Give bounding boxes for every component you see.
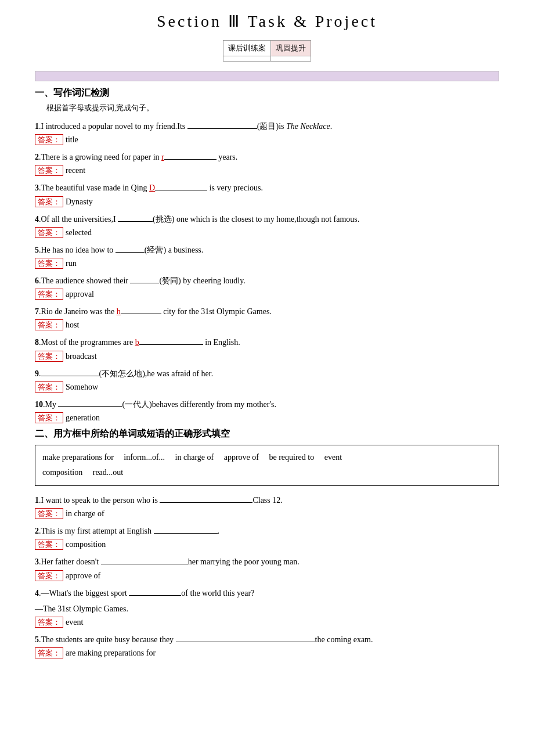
section1-subtitle: 根据首字母或提示词,完成句子。: [35, 103, 499, 113]
s2-answer-text-2: composition: [66, 540, 106, 549]
s2-answer-label-3: 答案：: [35, 570, 63, 581]
page-title: Section Ⅲ Task & Project: [35, 12, 499, 31]
s2-answer-label-1: 答案：: [35, 508, 63, 519]
s2-answer-2: 答案：composition: [35, 539, 499, 550]
answer-8: 答案：broadcast: [35, 351, 499, 362]
nav-table-container: 课后训练案 巩固提升: [35, 40, 499, 62]
s2-answer-4: 答案：event: [35, 617, 499, 628]
answer-label-4: 答案：: [35, 227, 63, 238]
answer-label-8: 答案：: [35, 351, 63, 362]
nav-cell-3: [223, 56, 271, 62]
s2-answer-text-1: in charge of: [66, 509, 104, 518]
s2-answer-5: 答案：are making preparations for: [35, 648, 499, 658]
answer-7: 答案：host: [35, 320, 499, 330]
q1-text: 1.I introduced a popular novel to my fri…: [35, 122, 332, 131]
answer-text-6: approval: [66, 290, 94, 298]
question-7: 7.Rio de Janeiro was the h city for the …: [35, 304, 499, 319]
question-6: 6.The audience showed their (赞同) by chee…: [35, 273, 499, 288]
s2-question-5: 5.The students are quite busy because th…: [35, 632, 499, 647]
word-box-content2: composition read...out: [42, 468, 123, 477]
question-4: 4.Of all the universities,I (挑选) one whi…: [35, 212, 499, 226]
answer-text-1: title: [66, 135, 78, 144]
nav-table: 课后训练案 巩固提升: [223, 40, 311, 62]
s2-answer-3: 答案：approve of: [35, 571, 499, 581]
section-bar: [35, 71, 499, 81]
answer-4: 答案：selected: [35, 228, 499, 238]
s2-answer-label-4: 答案：: [35, 617, 63, 628]
s2-answer-1: 答案：in charge of: [35, 509, 499, 519]
s2-question-1: 1.I want to speak to the person who is C…: [35, 493, 499, 507]
answer-10: 答案：generation: [35, 413, 499, 423]
s2-answer-text-5: are making preparations for: [66, 649, 156, 657]
answer-label-1: 答案：: [35, 134, 63, 145]
answer-2: 答案：recent: [35, 165, 499, 176]
s2-question-3: 3.Her father doesn't her marrying the po…: [35, 555, 499, 569]
question-8: 8.Most of the programmes are b in Englis…: [35, 335, 499, 350]
answer-label-5: 答案：: [35, 258, 63, 269]
s2-answer-text-4: event: [66, 618, 83, 627]
question-2: 2.There is a growing need for paper in r…: [35, 150, 499, 164]
s2-answer-text-3: approve of: [66, 571, 100, 580]
section1-title: 一、写作词汇检测: [35, 87, 499, 99]
question-5: 5.He has no idea how to (经营) a business.: [35, 243, 499, 257]
answer-text-2: recent: [66, 166, 85, 175]
answer-label-6: 答案：: [35, 289, 63, 300]
question-1: 1.I introduced a popular novel to my fri…: [35, 119, 499, 134]
answer-text-3: Dynasty: [66, 197, 93, 206]
s2-question-4b: —The 31st Olympic Games.: [35, 602, 499, 616]
answer-label-10: 答案：: [35, 412, 63, 423]
answer-text-7: host: [66, 321, 79, 329]
answer-text-9: Somehow: [66, 383, 98, 391]
s2-question-4a: 4.—What's the biggest sport of the world…: [35, 586, 499, 600]
answer-text-5: run: [66, 259, 77, 268]
answer-label-2: 答案：: [35, 165, 63, 176]
answer-1: 答案：title: [35, 135, 499, 145]
s2-answer-label-2: 答案：: [35, 539, 63, 550]
nav-cell-2: 巩固提升: [271, 41, 311, 56]
word-box: make preparations for inform...of... in …: [35, 445, 499, 486]
section2-title: 二、用方框中所给的单词或短语的正确形式填空: [35, 428, 499, 440]
answer-label-3: 答案：: [35, 196, 63, 207]
answer-label-9: 答案：: [35, 381, 63, 393]
answer-text-8: broadcast: [66, 352, 97, 361]
answer-text-4: selected: [66, 228, 92, 237]
s2-question-2: 2.This is my first attempt at English .: [35, 524, 499, 538]
question-3: 3.The beautiful vase made in Qing D is v…: [35, 181, 499, 195]
nav-cell-1: 课后训练案: [223, 41, 271, 56]
question-9: 9.(不知怎么地),he was afraid of her.: [35, 366, 499, 381]
word-box-content: make preparations for inform...of... in …: [42, 453, 342, 462]
s2-answer-label-5: 答案：: [35, 647, 63, 658]
nav-cell-4: [271, 56, 311, 62]
answer-text-10: generation: [66, 413, 100, 422]
question-10: 10.My (一代人)behaves differently from my m…: [35, 397, 499, 412]
answer-label-7: 答案：: [35, 319, 63, 330]
answer-5: 答案：run: [35, 258, 499, 269]
answer-6: 答案：approval: [35, 289, 499, 300]
answer-3: 答案：Dynasty: [35, 197, 499, 207]
answer-9: 答案：Somehow: [35, 382, 499, 393]
